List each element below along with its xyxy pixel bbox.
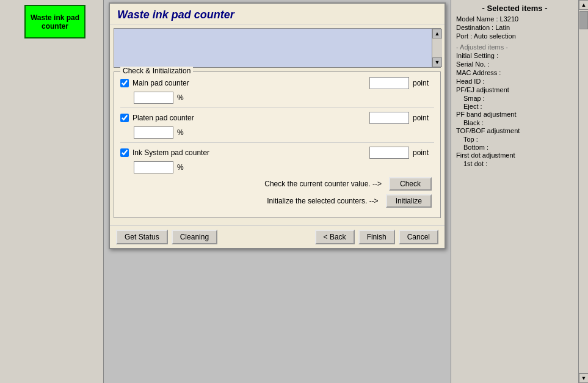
initialize-action-row: Initialize the selected counters. --> In… xyxy=(120,194,434,208)
display-area: ▲ ▼ xyxy=(114,28,441,68)
initial-setting-item: Initial Setting : xyxy=(456,52,573,59)
destination-label: Destination : xyxy=(456,24,493,31)
check-action-row: Check the current counter value. --> Che… xyxy=(120,177,434,191)
bottom-item: Bottom : xyxy=(463,144,573,151)
ink-system-pad-label: Ink System pad counter xyxy=(132,148,366,157)
eject-item: Eject : xyxy=(463,103,573,110)
check-label: Check the current counter value. --> xyxy=(264,180,382,188)
pf-band-item: PF band adjustment xyxy=(456,111,573,118)
platen-pad-label: Platen pad counter xyxy=(132,114,366,122)
right-panel: - Selected items - Model Name : L3210 De… xyxy=(451,0,588,383)
right-panel-scrollbar: ▲ ▼ xyxy=(578,0,588,383)
pf-ej-item: PF/EJ adjustment xyxy=(456,86,573,93)
dest-val: Latin xyxy=(495,24,510,31)
ink-system-pad-point-unit: point xyxy=(413,148,434,157)
right-panel-content: - Selected items - Model Name : L3210 De… xyxy=(451,0,578,383)
rp-scroll-up-btn[interactable]: ▲ xyxy=(579,0,588,10)
port-val: Auto selection xyxy=(474,32,516,40)
destination-item: Destination : Latin xyxy=(456,24,573,31)
smap-item: Smap : xyxy=(463,95,573,102)
model-name-item: Model Name : L3210 xyxy=(456,15,573,23)
first-dot-item: First dot adjustment xyxy=(456,151,573,159)
main-pad-percent-row: % xyxy=(134,92,434,104)
platen-pad-row: Platen pad counter point xyxy=(120,112,434,124)
selected-items-header: - Selected items - xyxy=(456,4,573,13)
get-status-button[interactable]: Get Status xyxy=(116,230,168,244)
dialog-footer: Get Status Cleaning < Back Finish Cancel xyxy=(110,225,445,248)
mac-address-item: MAC Address : xyxy=(456,69,573,76)
port-item: Port : Auto selection xyxy=(456,32,573,40)
ink-system-pad-row: Ink System pad counter point xyxy=(120,147,434,159)
rp-scroll-down-btn[interactable]: ▼ xyxy=(579,373,588,383)
platen-pad-percent-row: % xyxy=(134,126,434,139)
cancel-button[interactable]: Cancel xyxy=(399,230,438,244)
dialog-content: ▲ ▼ Check & Initialization Main pad coun… xyxy=(110,24,445,225)
top-item: Top : xyxy=(463,136,573,143)
check-initialization-group: Check & Initialization Main pad counter … xyxy=(114,71,441,218)
adjusted-items-header: - Adjusted items - xyxy=(456,43,573,51)
ink-system-pad-percent-row: % xyxy=(134,161,434,173)
black-item: Black : xyxy=(463,119,573,126)
main-pad-point-input[interactable] xyxy=(369,77,409,89)
initialize-label: Initialize the selected counters. --> xyxy=(267,197,378,205)
main-pad-section: Main pad counter point % xyxy=(120,77,434,104)
head-id-item: Head ID : xyxy=(456,78,573,85)
main-pad-percent-unit: % xyxy=(177,93,198,102)
model-name-val: L3210 xyxy=(500,15,519,23)
dialog-title: Waste ink pad counter xyxy=(110,4,445,24)
scroll-track xyxy=(432,38,442,57)
left-sidebar: Waste ink pad counter xyxy=(0,0,104,383)
finish-button[interactable]: Finish xyxy=(358,230,395,244)
ink-system-pad-section: Ink System pad counter point % xyxy=(120,147,434,173)
back-button[interactable]: < Back xyxy=(315,230,355,244)
scroll-up-btn[interactable]: ▲ xyxy=(432,29,442,38)
platen-pad-checkbox[interactable] xyxy=(120,114,129,122)
platen-pad-point-input[interactable] xyxy=(369,112,409,124)
main-pad-percent-input[interactable] xyxy=(134,92,173,104)
display-scrollbar[interactable]: ▲ ▼ xyxy=(432,29,440,67)
model-name-label: Model Name : xyxy=(456,15,498,23)
first-dot-sub-item: 1st dot : xyxy=(463,160,573,167)
port-label: Port : xyxy=(456,32,472,40)
group-box-legend: Check & Initialization xyxy=(120,67,193,75)
platen-pad-percent-input[interactable] xyxy=(134,126,173,139)
ink-system-pad-percent-unit: % xyxy=(177,163,198,172)
main-pad-point-unit: point xyxy=(413,79,434,87)
sidebar-item-waste-ink[interactable]: Waste ink pad counter xyxy=(24,5,85,38)
scroll-down-btn[interactable]: ▼ xyxy=(432,57,442,67)
divider-2 xyxy=(120,142,434,143)
platen-pad-section: Platen pad counter point % xyxy=(120,112,434,139)
main-pad-row: Main pad counter point xyxy=(120,77,434,89)
main-pad-checkbox[interactable] xyxy=(120,79,129,87)
ink-system-pad-checkbox[interactable] xyxy=(120,148,129,157)
ink-system-pad-point-input[interactable] xyxy=(369,147,409,159)
divider-1 xyxy=(120,108,434,108)
check-button[interactable]: Check xyxy=(389,177,432,191)
main-dialog: Waste ink pad counter ▲ ▼ Check & Initia… xyxy=(109,2,446,249)
cleaning-button[interactable]: Cleaning xyxy=(172,230,217,244)
platen-pad-percent-unit: % xyxy=(177,128,198,137)
ink-system-pad-percent-input[interactable] xyxy=(134,161,173,173)
rp-scroll-thumb[interactable] xyxy=(579,11,588,29)
serial-no-item: Serial No. : xyxy=(456,60,573,68)
platen-pad-point-unit: point xyxy=(413,114,434,122)
main-pad-label: Main pad counter xyxy=(132,79,366,87)
tof-bof-item: TOF/BOF adjustment xyxy=(456,127,573,134)
rp-scroll-track xyxy=(579,10,588,373)
initialize-button[interactable]: Initialize xyxy=(386,194,432,208)
